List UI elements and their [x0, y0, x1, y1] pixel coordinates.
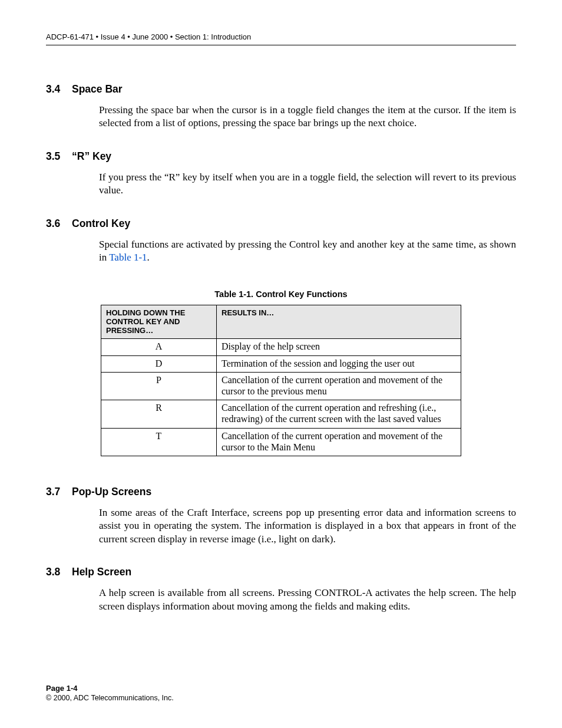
- table-cell-key: R: [101, 400, 217, 428]
- table-cell-key: P: [101, 372, 217, 400]
- table-row: A Display of the help screen: [101, 339, 461, 355]
- section-title: Space Bar: [72, 83, 123, 95]
- paragraph: A help screen is available from all scre…: [99, 587, 516, 613]
- table-header-cell: RESULTS IN…: [217, 305, 461, 339]
- copyright-text: © 2000, ADC Telecommunications, Inc.: [46, 693, 174, 703]
- section-title: “R” Key: [72, 150, 111, 163]
- section-heading-3-8: 3.8 Help Screen: [46, 566, 516, 578]
- section-heading-3-6: 3.6 Control Key: [46, 218, 516, 230]
- table-row: P Cancellation of the current operation …: [101, 372, 461, 400]
- section-title: Control Key: [72, 218, 130, 230]
- table-row: D Termination of the session and logging…: [101, 355, 461, 372]
- section-heading-3-4: 3.4 Space Bar: [46, 83, 516, 95]
- table-cell-result: Cancellation of the current operation an…: [217, 428, 461, 456]
- table-cell-key: T: [101, 428, 217, 456]
- table-reference-link[interactable]: Table 1-1: [109, 252, 147, 263]
- table-header-row: HOLDING DOWN THE CONTROL KEY AND PRESSIN…: [101, 305, 461, 339]
- table-cell-key: A: [101, 339, 217, 355]
- control-key-table: HOLDING DOWN THE CONTROL KEY AND PRESSIN…: [101, 305, 461, 456]
- section-number: 3.5: [46, 150, 72, 163]
- document-page: ADCP-61-471 • Issue 4 • June 2000 • Sect…: [0, 0, 562, 728]
- table-cell-result: Display of the help screen: [217, 339, 461, 355]
- paragraph: If you press the “R” key by itself when …: [99, 171, 516, 197]
- section-number: 3.6: [46, 218, 72, 230]
- table-cell-key: D: [101, 355, 217, 372]
- table-cell-result: Cancellation of the current operation an…: [217, 372, 461, 400]
- table-row: T Cancellation of the current operation …: [101, 428, 461, 456]
- table-cell-result: Cancellation of the current operation an…: [217, 400, 461, 428]
- section-heading-3-7: 3.7 Pop-Up Screens: [46, 486, 516, 498]
- section-number: 3.8: [46, 566, 72, 578]
- paragraph: In some areas of the Craft Interface, sc…: [99, 506, 516, 546]
- table-header-cell: HOLDING DOWN THE CONTROL KEY AND PRESSIN…: [101, 305, 217, 339]
- page-header: ADCP-61-471 • Issue 4 • June 2000 • Sect…: [46, 32, 516, 45]
- section-title: Pop-Up Screens: [72, 486, 151, 498]
- table-row: R Cancellation of the current operation …: [101, 400, 461, 428]
- section-number: 3.4: [46, 83, 72, 95]
- page-number: Page 1-4: [46, 683, 174, 694]
- paragraph: Special functions are activated by press…: [99, 238, 516, 265]
- paragraph: Pressing the space bar when the cursor i…: [99, 104, 516, 130]
- paragraph-text-pre: Special functions are activated by press…: [99, 239, 516, 263]
- section-title: Help Screen: [72, 566, 131, 578]
- paragraph-text-post: .: [147, 252, 150, 263]
- section-number: 3.7: [46, 486, 72, 498]
- table-cell-result: Termination of the session and logging t…: [217, 355, 461, 372]
- page-footer: Page 1-4 © 2000, ADC Telecommunications,…: [46, 683, 174, 703]
- table-caption: Table 1-1. Control Key Functions: [46, 289, 516, 299]
- section-heading-3-5: 3.5 “R” Key: [46, 150, 516, 163]
